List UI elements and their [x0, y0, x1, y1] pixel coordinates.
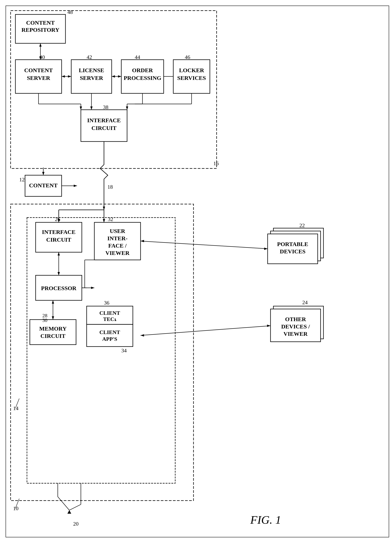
svg-text:44: 44: [135, 54, 140, 60]
svg-marker-29: [62, 75, 65, 78]
order-processing-box: [121, 60, 164, 93]
svg-marker-32: [112, 75, 115, 78]
svg-text:24: 24: [302, 299, 308, 305]
svg-text:46: 46: [185, 54, 190, 60]
other-devices-box: [271, 309, 321, 342]
svg-line-123: [16, 499, 19, 508]
svg-text:20: 20: [73, 521, 78, 527]
svg-marker-91: [57, 252, 60, 255]
svg-text:18: 18: [107, 184, 113, 190]
svg-marker-57: [42, 172, 44, 175]
interface-circuit-top-box: [81, 110, 127, 141]
svg-marker-36: [90, 106, 93, 110]
svg-marker-89: [103, 219, 105, 222]
svg-text:28: 28: [42, 313, 47, 318]
processor-box: [36, 275, 82, 300]
user-interface-viewer-box: [94, 222, 141, 260]
svg-marker-94: [91, 287, 94, 289]
svg-text:38: 38: [103, 104, 108, 110]
svg-text:10: 10: [13, 505, 18, 511]
svg-marker-40: [80, 106, 82, 110]
svg-text:26: 26: [55, 216, 60, 222]
svg-line-121: [16, 399, 19, 408]
svg-text:12: 12: [19, 177, 25, 182]
svg-marker-30: [68, 75, 71, 78]
svg-marker-109: [264, 248, 268, 250]
svg-text:FIG. 1: FIG. 1: [250, 514, 281, 526]
svg-line-116: [141, 326, 271, 335]
svg-text:40: 40: [39, 54, 45, 60]
svg-marker-129: [68, 510, 70, 514]
svg-marker-98: [52, 300, 54, 304]
svg-marker-27: [39, 56, 42, 60]
license-server-box: [71, 60, 112, 93]
svg-marker-92: [57, 272, 60, 275]
portable-devices-box: [268, 234, 318, 264]
content-server-box: [16, 60, 62, 93]
client-apps-box: [87, 324, 133, 347]
svg-text:48: 48: [67, 9, 73, 15]
svg-text:32: 32: [108, 216, 113, 222]
svg-text:14: 14: [13, 405, 18, 411]
svg-marker-130: [67, 510, 71, 514]
content-box: [25, 175, 62, 196]
svg-marker-49: [103, 207, 105, 210]
locker-services-box: [173, 60, 210, 93]
svg-text:36: 36: [104, 300, 109, 306]
svg-line-128: [69, 505, 81, 510]
svg-marker-108: [141, 240, 144, 242]
svg-text:22: 22: [299, 222, 305, 228]
svg-marker-118: [267, 325, 271, 327]
svg-text:16: 16: [213, 160, 219, 166]
svg-line-127: [58, 497, 69, 510]
memory-circuit-box: [30, 320, 76, 345]
svg-marker-55: [74, 185, 77, 187]
svg-text:34: 34: [121, 348, 127, 354]
content-repository-box: [16, 15, 65, 43]
svg-marker-117: [141, 334, 144, 337]
svg-marker-33: [118, 75, 121, 78]
client-tec-box: [87, 306, 133, 324]
svg-marker-26: [39, 43, 42, 47]
svg-marker-99: [52, 316, 54, 320]
interface-circuit-bottom-box: [36, 222, 82, 252]
svg-marker-88: [57, 219, 60, 222]
svg-marker-44: [126, 106, 128, 110]
svg-text:42: 42: [87, 54, 92, 60]
svg-line-107: [141, 241, 268, 249]
